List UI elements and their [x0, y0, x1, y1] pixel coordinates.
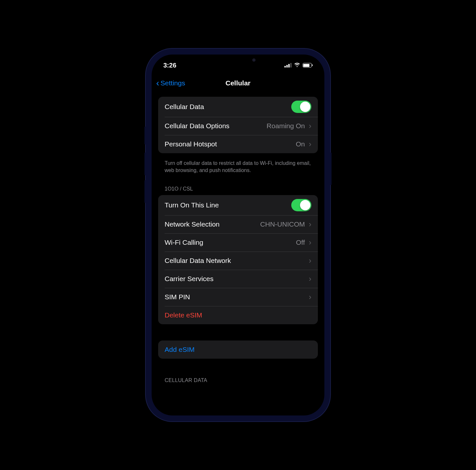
chevron-right-icon: › [309, 275, 311, 283]
chevron-right-icon: › [309, 239, 311, 246]
chevron-left-icon: ‹ [156, 79, 159, 88]
cellular-data-toggle[interactable] [291, 101, 311, 113]
add-esim-row[interactable]: Add eSIM [158, 340, 318, 359]
add-esim-label: Add eSIM [165, 346, 194, 353]
wifi-icon [294, 62, 300, 69]
cellular-group: Cellular Data Cellular Data Options Roam… [158, 97, 318, 153]
wifi-calling-row[interactable]: Wi-Fi Calling Off › [158, 233, 318, 252]
delete-esim-label: Delete eSIM [165, 311, 202, 319]
signal-icon [284, 63, 292, 68]
chevron-right-icon: › [309, 220, 311, 228]
cellular-data-network-label: Cellular Data Network [165, 257, 231, 265]
carrier-services-label: Carrier Services [165, 275, 214, 283]
chevron-right-icon: › [309, 140, 311, 148]
sim-pin-row[interactable]: SIM PIN › [158, 288, 318, 306]
delete-esim-row[interactable]: Delete eSIM [158, 306, 318, 324]
cellular-footer-text: Turn off cellular data to restrict all d… [158, 156, 318, 183]
chevron-right-icon: › [309, 122, 311, 130]
cellular-data-row[interactable]: Cellular Data [158, 97, 318, 117]
back-label: Settings [160, 79, 185, 87]
turn-on-line-row[interactable]: Turn On This Line [158, 195, 318, 215]
personal-hotspot-row[interactable]: Personal Hotspot On › [158, 135, 318, 153]
network-selection-value: CHN-UNICOM [260, 220, 305, 228]
carrier-group: Turn On This Line Network Selection CHN-… [158, 195, 318, 324]
notch [206, 55, 270, 66]
sim-pin-label: SIM PIN [165, 293, 190, 301]
content[interactable]: Cellular Data Cellular Data Options Roam… [152, 97, 324, 415]
wifi-calling-value: Off [296, 239, 305, 246]
cellular-data-label: Cellular Data [165, 103, 204, 111]
battery-icon [303, 63, 313, 68]
cellular-data-options-value: Roaming On [267, 122, 305, 130]
status-time: 3:26 [163, 62, 176, 69]
cellular-data-network-row[interactable]: Cellular Data Network › [158, 252, 318, 270]
status-icons [284, 62, 313, 69]
personal-hotspot-label: Personal Hotspot [165, 140, 217, 148]
personal-hotspot-value: On [296, 140, 305, 148]
chevron-right-icon: › [309, 257, 311, 265]
carrier-header: 1O1O / CSL [158, 183, 318, 195]
screen: 3:26 ‹ Settings Cellular [152, 55, 324, 415]
spacer [158, 328, 318, 340]
wifi-calling-label: Wi-Fi Calling [165, 239, 203, 246]
chevron-right-icon: › [309, 293, 311, 301]
cellular-data-header: CELLULAR DATA [158, 375, 318, 387]
cellular-data-options-row[interactable]: Cellular Data Options Roaming On › [158, 117, 318, 135]
back-button[interactable]: ‹ Settings [156, 79, 185, 88]
spacer [158, 362, 318, 375]
phone-frame: 3:26 ‹ Settings Cellular [146, 49, 330, 421]
cellular-data-options-label: Cellular Data Options [165, 122, 230, 130]
carrier-services-row[interactable]: Carrier Services › [158, 270, 318, 288]
turn-on-line-label: Turn On This Line [165, 201, 219, 209]
network-selection-label: Network Selection [165, 220, 219, 228]
page-title: Cellular [225, 79, 250, 87]
network-selection-row[interactable]: Network Selection CHN-UNICOM › [158, 215, 318, 233]
turn-on-line-toggle[interactable] [291, 199, 311, 211]
add-esim-group: Add eSIM [158, 340, 318, 359]
nav-bar: ‹ Settings Cellular [152, 74, 324, 92]
